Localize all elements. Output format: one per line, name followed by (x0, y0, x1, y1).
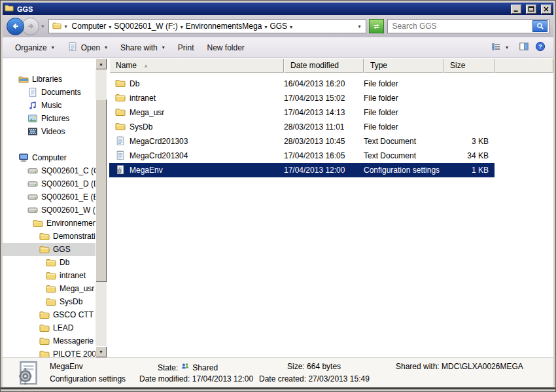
close-button[interactable] (541, 5, 551, 14)
date-modified: 16/04/2013 16:20 (284, 79, 364, 88)
search-input[interactable]: Search GGS (387, 19, 549, 33)
sidebar-item-sq002601-w-f-[interactable]: SQ002601_W (F:) (3, 204, 96, 217)
sidebar-scrollbar[interactable]: ▲ ▼ (96, 58, 107, 357)
folder-icon (39, 244, 50, 255)
sidebar-item-demonstration[interactable]: Demonstration (3, 230, 96, 243)
sidebar-item-intranet[interactable]: intranet (3, 269, 96, 282)
details-file-type: Configuration settings (50, 374, 126, 383)
sidebar-item-environnementsmega[interactable]: EnvironnementsMega (3, 217, 96, 230)
details-date-created: Date created: 27/03/2013 15:49 (259, 374, 370, 383)
column-header-label: Name (116, 61, 137, 70)
folder-icon (46, 257, 56, 268)
file-row-megacrd201303[interactable]: MegaCrd20130328/03/2013 10:45Text Docume… (109, 134, 495, 149)
window-title: GGS (17, 5, 506, 13)
column-header-filler[interactable] (495, 58, 553, 73)
file-row-mega_usr[interactable]: Mega_usr17/04/2013 14:13File folder (109, 105, 495, 120)
folder-icon (115, 107, 126, 119)
folder-icon (115, 121, 126, 134)
sidebar-spacer (3, 138, 96, 151)
sidebar-item-label: Videos (41, 127, 65, 136)
file-row-megaenv[interactable]: MegaEnv17/04/2013 12:00Configuration set… (109, 163, 495, 177)
sidebar-item-sq002601-e-e-[interactable]: SQ002601_E (E:) (3, 190, 96, 204)
scroll-down-icon[interactable]: ▼ (96, 346, 107, 357)
new-folder-button[interactable]: New folder (203, 41, 249, 55)
organize-button[interactable]: Organize▾ (10, 41, 59, 55)
open-button[interactable]: Open▾ (63, 39, 112, 56)
sidebar-item-label: SQ002601_W (F:) (41, 205, 96, 215)
file-size: 3 KB (443, 137, 495, 146)
scrollbar-thumb[interactable] (96, 99, 107, 282)
breadcrumb-segment[interactable]: GGS (268, 22, 288, 31)
print-button[interactable]: Print (173, 41, 199, 55)
column-header-label: Type (370, 61, 387, 70)
column-header-date-modified[interactable]: Date modified (284, 58, 364, 73)
minimize-button[interactable] (511, 5, 521, 14)
sidebar-item-computer[interactable]: Computer (3, 151, 96, 164)
sidebar-item-messagerie[interactable]: Messagerie (3, 334, 96, 347)
preview-pane-icon[interactable] (519, 41, 529, 54)
sidebar-item-sq002601-c-c-[interactable]: SQ002601_C (C:) (3, 164, 96, 177)
forward-button[interactable] (22, 18, 39, 35)
sidebar-item-pilote-2007[interactable]: PILOTE 2007 (3, 347, 96, 357)
folder-icon (46, 296, 56, 307)
chevron-down-icon[interactable]: ▾ (288, 24, 294, 30)
search-icon[interactable] (532, 20, 547, 32)
address-bar[interactable]: ▾ Computer▾SQ002601_W (F:)▾Environnement… (48, 19, 366, 33)
refresh-button[interactable] (369, 19, 384, 33)
change-view-button[interactable]: ▾ (487, 39, 513, 56)
file-row-megacrd201304[interactable]: MegaCrd20130417/04/2013 16:05Text Docume… (109, 149, 495, 163)
chevron-down-icon[interactable]: ▾ (63, 24, 69, 29)
navigation-bar: ▾ ▾ Computer▾SQ002601_W (F:)▾Environneme… (3, 15, 553, 37)
details-pane: MegaEnv State: Shared Size: 664 bytes Sh… (3, 357, 553, 387)
svg-text:?: ? (538, 43, 542, 50)
column-header-size[interactable]: Size (443, 58, 495, 73)
state-value: Shared (192, 363, 218, 372)
sidebar-item-ggs[interactable]: GGS (3, 243, 96, 256)
sidebar-item-videos[interactable]: Videos (3, 125, 96, 138)
sidebar-item-mega-usr[interactable]: Mega_usr (3, 282, 96, 295)
address-history-chevron-icon[interactable]: ▾ (357, 24, 362, 29)
back-button[interactable] (7, 18, 24, 35)
sidebar-item-label: EnvironnementsMega (46, 219, 96, 228)
sidebar-item-label: Pictures (41, 114, 69, 123)
config-file-icon (14, 359, 42, 388)
chevron-down-icon[interactable]: ▾ (179, 24, 184, 30)
file-list: Name▲Date modifiedTypeSize Db16/04/2013 … (107, 58, 553, 357)
sidebar-item-label: LEAD (53, 323, 73, 332)
toolbar-item-label: Share with (120, 43, 158, 52)
file-row-sysdb[interactable]: SysDb28/03/2013 11:01File folder (109, 120, 495, 134)
file-row-intranet[interactable]: intranet17/04/2013 15:02File folder (109, 91, 495, 105)
chevron-down-icon: ▾ (506, 45, 508, 50)
maximize-button[interactable] (526, 5, 536, 14)
sidebar-item-gsco-ctt[interactable]: GSCO CTT (3, 308, 96, 321)
share-with-button[interactable]: Share with▾ (116, 41, 169, 55)
sidebar-item-music[interactable]: Music (3, 99, 96, 112)
sidebar-item-pictures[interactable]: Pictures (3, 112, 96, 125)
file-name: intranet (130, 94, 156, 103)
sidebar-item-libraries[interactable]: Libraries (3, 73, 96, 86)
textfile-icon (115, 150, 126, 162)
breadcrumb-segment[interactable]: Computer (71, 22, 108, 31)
recent-pages-chevron-icon[interactable]: ▾ (41, 23, 44, 29)
file-name: MegaCrd201303 (130, 137, 188, 146)
date-modified: 17/04/2013 15:02 (284, 94, 364, 103)
sidebar-item-label: PILOTE 2007 (53, 349, 96, 357)
sidebar-item-db[interactable]: Db (3, 256, 96, 269)
file-type: File folder (364, 122, 443, 132)
sidebar-item-documents[interactable]: Documents (3, 86, 96, 99)
file-row-db[interactable]: Db16/04/2013 16:20File folder (109, 77, 495, 91)
scroll-up-icon[interactable]: ▲ (96, 58, 107, 69)
search-placeholder: Search GGS (392, 22, 532, 31)
breadcrumb-segment[interactable]: EnvironnementsMega (184, 22, 264, 31)
help-icon[interactable]: ? (535, 41, 546, 54)
file-name: SysDb (130, 122, 152, 132)
sidebar-item-sq002601-d-d-[interactable]: SQ002601_D (D:) (3, 177, 96, 190)
breadcrumb-segment[interactable]: SQ002601_W (F:) (113, 22, 179, 31)
sidebar-item-lead[interactable]: LEAD (3, 321, 96, 334)
column-header-type[interactable]: Type (364, 58, 443, 73)
sidebar-item-sysdb[interactable]: SysDb (3, 295, 96, 308)
sidebar-item-label: Mega_usr (60, 284, 94, 293)
drive-icon (27, 205, 38, 215)
folder-icon (39, 231, 50, 241)
column-header-name[interactable]: Name▲ (109, 58, 284, 73)
